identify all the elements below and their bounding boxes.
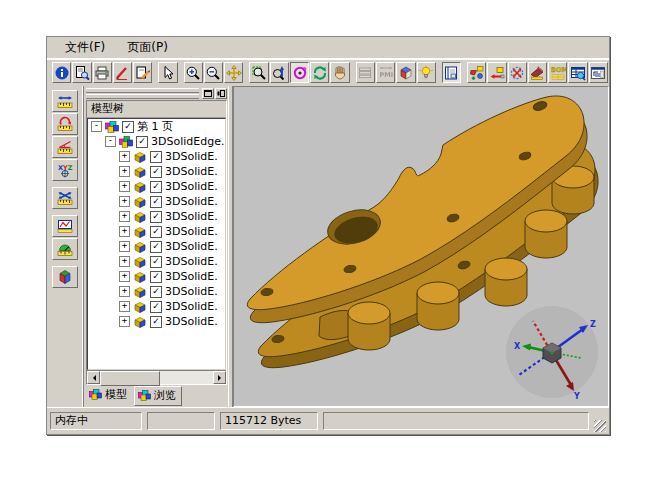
status-panel: 115712 Bytes — [220, 412, 318, 430]
tree-row[interactable]: 3DSolidE. — [88, 239, 225, 254]
tree-row[interactable]: 3DSolidE. — [88, 209, 225, 224]
visibility-checkbox[interactable] — [150, 181, 162, 193]
visibility-checkbox[interactable] — [150, 196, 162, 208]
tree-expand-toggle[interactable] — [119, 151, 130, 162]
roller — [417, 282, 459, 330]
tree-row[interactable]: 3DSolidE. — [88, 314, 225, 329]
tree-expand-toggle[interactable] — [119, 301, 130, 312]
tree-item-label: 3DSolidE. — [165, 300, 218, 313]
part-icon — [133, 196, 147, 208]
tree-expand-toggle[interactable] — [119, 286, 130, 297]
scroll-left-button[interactable] — [87, 371, 100, 384]
visibility-checkbox[interactable] — [150, 271, 162, 283]
rotate-view-button[interactable] — [310, 62, 329, 83]
tree-row[interactable]: 第 1 页 — [88, 119, 225, 134]
tree-expand-toggle[interactable] — [119, 196, 130, 207]
select-cursor-button[interactable] — [158, 62, 177, 83]
scrollbar-track[interactable] — [100, 371, 213, 384]
move-part-button[interactable] — [487, 62, 506, 83]
tree-row[interactable]: 3DSolidE. — [88, 269, 225, 284]
tree-tab[interactable]: 模型 — [86, 386, 132, 404]
zoom-selected-button[interactable] — [270, 62, 289, 83]
zoom-window-button[interactable] — [249, 62, 268, 83]
report-table-button[interactable] — [568, 62, 587, 83]
visibility-checkbox[interactable] — [150, 301, 162, 313]
bounding-box-button[interactable] — [52, 266, 78, 288]
tree-row[interactable]: 3DSolidE. — [88, 254, 225, 269]
tree-tab[interactable]: 浏览 — [134, 386, 182, 406]
explode-button[interactable] — [508, 62, 527, 83]
measure-distance-button[interactable] — [52, 187, 78, 209]
panel-drag-grip[interactable] — [86, 87, 199, 100]
visibility-checkbox[interactable] — [150, 211, 162, 223]
part-icon — [133, 256, 147, 268]
section-button[interactable] — [528, 62, 547, 83]
visibility-checkbox[interactable] — [150, 286, 162, 298]
panel-titlebar[interactable] — [86, 87, 227, 99]
menu-item[interactable]: 页面(P) — [123, 38, 172, 57]
zoom-in-button[interactable] — [184, 62, 203, 83]
layers-button[interactable] — [356, 62, 375, 83]
bom-button[interactable]: BOM — [548, 62, 567, 83]
markup-file-button[interactable] — [133, 62, 152, 83]
visibility-checkbox[interactable] — [150, 316, 162, 328]
visibility-checkbox[interactable] — [150, 166, 162, 178]
resize-grip[interactable] — [594, 420, 606, 432]
menu-item[interactable]: 文件(F) — [61, 38, 109, 57]
visibility-checkbox[interactable] — [150, 256, 162, 268]
visibility-checkbox[interactable] — [150, 226, 162, 238]
tree-row[interactable]: 3DSolidEdge. — [88, 134, 225, 149]
orbit-button[interactable] — [290, 62, 309, 83]
markup-pen-button[interactable] — [113, 62, 132, 83]
tree-item-label: 3DSolidEdge. — [151, 135, 224, 148]
tree-expand-toggle[interactable] — [119, 316, 130, 327]
pmi-dimensions-button[interactable]: PMI — [376, 62, 395, 83]
tree-horizontal-scrollbar[interactable] — [87, 370, 226, 384]
tree-row[interactable]: 3DSolidE. — [88, 299, 225, 314]
measure-radius-button[interactable] — [52, 113, 78, 135]
tree-expand-toggle[interactable] — [119, 226, 130, 237]
gauge-button[interactable] — [52, 238, 78, 260]
hand-pan-button[interactable] — [330, 62, 349, 83]
visibility-checkbox[interactable] — [150, 241, 162, 253]
lighting-button[interactable] — [417, 62, 436, 83]
scrollbar-thumb[interactable] — [100, 371, 160, 386]
curve-graph-button[interactable] — [52, 215, 78, 237]
measure-angle-button[interactable] — [52, 136, 78, 158]
assembly-parts-button[interactable] — [467, 62, 486, 83]
tree-expand-toggle[interactable] — [119, 166, 130, 177]
tree-expand-toggle[interactable] — [91, 121, 102, 132]
visibility-checkbox[interactable] — [150, 151, 162, 163]
tree-row[interactable]: 3DSolidE. — [88, 194, 225, 209]
scroll-right-button[interactable] — [213, 371, 226, 384]
shaded-view-button[interactable] — [396, 62, 415, 83]
tree-expand-toggle[interactable] — [119, 211, 130, 222]
tree-expand-toggle[interactable] — [119, 241, 130, 252]
tree-row[interactable]: 3DSolidE. — [88, 164, 225, 179]
tree-window-button[interactable] — [589, 62, 608, 83]
coordinate-xyz-button[interactable]: XYZ — [52, 159, 78, 181]
visibility-checkbox[interactable] — [136, 136, 148, 148]
tree-expand-toggle[interactable] — [119, 256, 130, 267]
tree-row[interactable]: 3DSolidE. — [88, 149, 225, 164]
panel-maximize-button[interactable] — [202, 88, 214, 99]
measure-linear-button[interactable] — [52, 90, 78, 112]
zoom-out-button[interactable] — [204, 62, 223, 83]
tree-row[interactable]: 3DSolidE. — [88, 224, 225, 239]
app-window: 文件(F)页面(P) PMI BOM — [46, 36, 610, 435]
panel-close-button[interactable] — [215, 88, 227, 99]
print-preview-button[interactable] — [72, 62, 91, 83]
tree-row[interactable]: 3DSolidE. — [88, 179, 225, 194]
pan-button[interactable] — [224, 62, 243, 83]
model-tree[interactable]: 第 1 页 3DSolidEdge. — [87, 118, 226, 370]
info-button[interactable] — [52, 62, 71, 83]
tree-expand-toggle[interactable] — [105, 136, 116, 147]
visibility-checkbox[interactable] — [122, 121, 134, 133]
tree-expand-toggle[interactable] — [119, 271, 130, 282]
print-button[interactable] — [93, 62, 112, 83]
viewport-3d[interactable]: X Z Y — [233, 86, 609, 407]
tree-expand-toggle[interactable] — [119, 181, 130, 192]
notebook-panel-button[interactable] — [442, 62, 461, 83]
main-area: XYZ 模型树 — [47, 86, 609, 407]
tree-row[interactable]: 3DSolidE. — [88, 284, 225, 299]
